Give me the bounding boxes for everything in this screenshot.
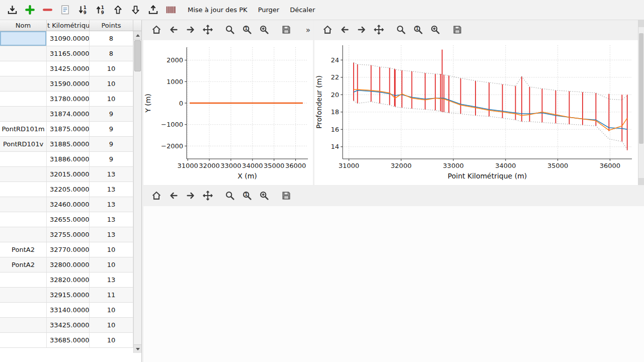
cell-pk[interactable]: 32820.0000 — [47, 273, 90, 287]
cross-sections-button[interactable] — [163, 3, 179, 18]
scroll-up-button[interactable] — [134, 31, 141, 40]
move-down-button[interactable] — [127, 3, 143, 18]
table-row[interactable]: 31886.00009 — [0, 152, 133, 167]
forward-button[interactable] — [185, 24, 197, 36]
cell-nom[interactable] — [0, 46, 47, 61]
table-row[interactable]: 33140.000010 — [0, 303, 133, 318]
column-header-points[interactable]: Points — [90, 20, 133, 31]
cell-nom[interactable] — [0, 273, 47, 287]
table-row[interactable]: 32915.000011 — [0, 288, 133, 303]
cell-pk[interactable]: 32800.0000 — [47, 257, 90, 272]
forward-button[interactable] — [356, 24, 368, 36]
cell-points[interactable]: 9 — [90, 107, 133, 121]
zoom-one-button[interactable]: 1 — [241, 190, 253, 202]
cell-points[interactable]: 10 — [90, 61, 133, 76]
cell-points[interactable]: 11 — [90, 288, 133, 302]
cell-pk[interactable]: 31090.0000 — [47, 31, 90, 46]
table-row[interactable]: PontRD101m31875.00009 — [0, 122, 133, 137]
cell-nom[interactable]: PontRD101v — [0, 137, 47, 151]
plots-scroll-up-button[interactable] — [638, 20, 644, 27]
cell-points[interactable]: 8 — [90, 46, 133, 61]
zoom-one-button[interactable]: 1 — [412, 24, 424, 36]
save-button[interactable] — [280, 24, 292, 36]
table-row[interactable]: 32205.000013 — [0, 182, 133, 197]
sort-descending-button[interactable]: 19 — [92, 3, 108, 18]
table-scrollbar-thumb[interactable] — [134, 40, 141, 71]
cell-points[interactable]: 10 — [90, 92, 133, 106]
cell-points[interactable]: 10 — [90, 242, 133, 257]
profile-plot-canvas[interactable]: 3100032000330003400035000360001416182022… — [314, 40, 638, 185]
cell-nom[interactable] — [0, 76, 47, 91]
table-row[interactable]: 33685.000010 — [0, 333, 133, 348]
save-button[interactable] — [451, 24, 463, 36]
save-button[interactable] — [280, 190, 292, 202]
zoom-button[interactable] — [224, 190, 236, 202]
column-header-pk[interactable]: t Kilométrique — [47, 20, 90, 31]
cell-nom[interactable]: PontRD101m — [0, 122, 47, 136]
table-row[interactable]: 32655.000013 — [0, 212, 133, 227]
zoom-plus-button[interactable] — [258, 24, 270, 36]
column-header-nom[interactable]: Nom — [0, 20, 47, 31]
cell-nom[interactable] — [0, 61, 47, 76]
move-button[interactable] — [202, 24, 214, 36]
cell-pk[interactable]: 31425.0000 — [47, 61, 90, 76]
cell-pk[interactable]: 31885.0000 — [47, 137, 90, 151]
decaler-button[interactable]: Décaler — [285, 4, 319, 16]
cell-nom[interactable] — [0, 152, 47, 166]
cell-pk[interactable]: 32460.0000 — [47, 197, 90, 212]
cell-nom[interactable]: PontA2 — [0, 242, 47, 257]
table-row[interactable]: 33425.000010 — [0, 318, 133, 333]
purger-button[interactable]: Purger — [254, 4, 284, 16]
table-row[interactable]: 31425.000010 — [0, 61, 133, 76]
cell-nom[interactable] — [0, 31, 47, 46]
plots-scrollbar-thumb[interactable] — [639, 33, 643, 144]
cell-pk[interactable]: 31780.0000 — [47, 92, 90, 106]
cell-pk[interactable]: 31590.0000 — [47, 76, 90, 91]
zoom-plus-button[interactable] — [429, 24, 441, 36]
cell-points[interactable]: 10 — [90, 318, 133, 332]
cell-nom[interactable] — [0, 197, 47, 212]
back-button[interactable] — [168, 24, 180, 36]
cell-pk[interactable]: 32755.0000 — [47, 227, 90, 242]
move-up-button[interactable] — [110, 3, 126, 18]
plots-scrollbar[interactable] — [638, 20, 644, 185]
cell-points[interactable]: 9 — [90, 122, 133, 136]
add-row-button[interactable] — [22, 3, 38, 18]
cell-pk[interactable]: 31165.0000 — [47, 46, 90, 61]
cell-points[interactable]: 9 — [90, 137, 133, 151]
table-row[interactable]: PontRD101v31885.00009 — [0, 137, 133, 152]
cell-nom[interactable] — [0, 182, 47, 197]
cell-nom[interactable] — [0, 333, 47, 347]
cell-points[interactable]: 8 — [90, 31, 133, 46]
table-row[interactable]: 32460.000013 — [0, 197, 133, 212]
zoom-one-button[interactable]: 1 — [241, 24, 253, 36]
update-pk-button[interactable]: Mise à jour des PK — [183, 4, 252, 16]
cell-nom[interactable] — [0, 167, 47, 182]
toolbar-overflow-button[interactable]: » — [306, 26, 310, 35]
cell-points[interactable]: 13 — [90, 212, 133, 227]
table-row[interactable]: PontA232800.000010 — [0, 257, 133, 273]
table-row[interactable]: 31780.000010 — [0, 92, 133, 107]
cell-pk[interactable]: 32655.0000 — [47, 212, 90, 227]
cell-nom[interactable]: PontA2 — [0, 257, 47, 272]
home-button[interactable] — [150, 190, 163, 202]
import-button[interactable] — [4, 3, 20, 18]
cell-nom[interactable] — [0, 227, 47, 242]
cell-pk[interactable]: 32915.0000 — [47, 288, 90, 302]
zoom-button[interactable] — [224, 24, 236, 36]
cell-points[interactable]: 13 — [90, 227, 133, 242]
back-button[interactable] — [339, 24, 351, 36]
remove-row-button[interactable] — [39, 3, 55, 18]
home-button[interactable] — [321, 24, 334, 36]
table-row[interactable]: PontA232770.000010 — [0, 242, 133, 257]
cell-pk[interactable]: 31886.0000 — [47, 152, 90, 166]
cell-nom[interactable] — [0, 92, 47, 106]
cell-nom[interactable] — [0, 318, 47, 332]
home-button[interactable] — [150, 24, 163, 36]
table-scrollbar[interactable] — [133, 31, 141, 353]
table-row[interactable]: 31590.000010 — [0, 76, 133, 92]
zoom-plus-button[interactable] — [258, 190, 270, 202]
cell-pk[interactable]: 33685.0000 — [47, 333, 90, 347]
back-button[interactable] — [168, 190, 180, 202]
cell-pk[interactable]: 33425.0000 — [47, 318, 90, 332]
